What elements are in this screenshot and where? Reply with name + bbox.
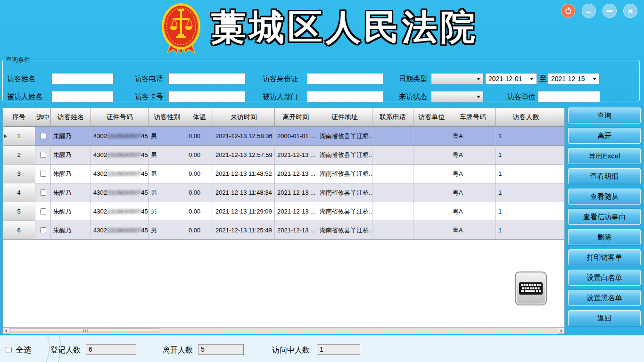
scrollbar-thumb[interactable] xyxy=(10,328,159,333)
id-prefix: 4302 xyxy=(93,132,107,140)
gender-cell: 男 xyxy=(149,127,186,146)
id-number-cell: 430223198305074518 xyxy=(91,202,149,221)
visitor-name-cell: 朱醒乃 xyxy=(51,183,91,202)
minimize-icon xyxy=(606,10,613,12)
column-header-4[interactable]: 访客性别 xyxy=(149,108,186,127)
column-header-7[interactable]: 离开时间 xyxy=(275,108,317,127)
registered-count-value: 6 xyxy=(86,344,136,355)
scrollbar-grip xyxy=(85,329,86,332)
row-checkbox[interactable] xyxy=(40,208,46,214)
row-number-cell: 2 xyxy=(3,146,35,165)
column-header-0[interactable]: 序号 xyxy=(3,108,35,127)
visitor-id-input[interactable] xyxy=(307,73,383,84)
row-checkbox[interactable] xyxy=(40,227,46,233)
visit-status-select[interactable] xyxy=(431,91,484,102)
column-header-11[interactable]: 车牌号码 xyxy=(450,108,496,127)
scroll-left-button[interactable] xyxy=(3,328,9,334)
column-header-3[interactable]: 证件号码 xyxy=(91,108,149,127)
address-cell: 湖南省攸县丫江桥... xyxy=(317,183,372,202)
column-header-1[interactable]: 选中 xyxy=(35,108,51,127)
minimize-button[interactable] xyxy=(603,4,617,18)
column-header-12[interactable]: 访客人数 xyxy=(496,108,556,127)
horizontal-scrollbar[interactable] xyxy=(3,327,564,334)
table-row[interactable]: 6朱醒乃430223198305074518男0.002021-12-13 11… xyxy=(3,221,564,240)
row-checkbox[interactable] xyxy=(40,133,46,139)
select-all-checkbox[interactable] xyxy=(6,347,12,353)
visited-dept-input[interactable] xyxy=(307,91,383,102)
chevron-down-icon xyxy=(593,78,596,80)
visitor-name-input[interactable] xyxy=(51,73,114,84)
unit-cell xyxy=(413,202,450,221)
table-row[interactable]: 2朱醒乃430223198305074518男0.002021-12-13 12… xyxy=(3,146,564,165)
column-header-6[interactable]: 来访时间 xyxy=(213,108,275,127)
table-row[interactable]: 4朱醒乃430223198305074518男0.002021-12-13 11… xyxy=(3,183,564,202)
set-whitelist-button[interactable]: 设置白名单 xyxy=(568,270,641,286)
date-from-value: 2021-12-01 xyxy=(488,75,522,82)
row-checkbox-cell[interactable] xyxy=(35,165,51,183)
table-row[interactable]: 1朱醒乃430223198305074518男0.002021-12-13 12… xyxy=(3,127,564,146)
row-checkbox[interactable] xyxy=(40,189,46,196)
set-blacklist-button[interactable]: 设置黑名单 xyxy=(568,290,641,306)
unit-cell xyxy=(413,127,450,146)
delete-button[interactable]: 删除 xyxy=(568,229,641,245)
row-checkbox-cell[interactable] xyxy=(35,183,51,202)
date-to-select[interactable]: 2021-12-15 xyxy=(548,73,600,84)
address-cell: 湖南省攸县丫江桥... xyxy=(317,221,372,240)
temperature-cell: 0.00 xyxy=(186,202,213,221)
plate-cell: 粤A xyxy=(450,183,496,202)
chevron-down-icon xyxy=(530,78,534,80)
phone-cell xyxy=(372,127,413,146)
row-checkbox[interactable] xyxy=(40,152,46,158)
row-filler-cell xyxy=(556,127,564,146)
view-detail-button[interactable]: 查看明细 xyxy=(568,168,641,184)
row-checkbox-cell[interactable] xyxy=(35,146,51,165)
visiting-count-label: 访问中人数 xyxy=(272,346,310,355)
leave-button[interactable]: 离开 xyxy=(568,128,641,144)
virtual-keyboard-button[interactable] xyxy=(515,272,547,305)
gender-cell: 男 xyxy=(149,202,186,221)
keyboard-icon xyxy=(519,279,543,298)
visitor-count-cell: 1 xyxy=(496,146,556,165)
table-header-row: 序号选中访客姓名证件号码访客性别体温来访时间离开时间证件地址联系电话访客单位车牌… xyxy=(3,108,564,127)
column-header-5[interactable]: 体温 xyxy=(186,108,213,127)
row-checkbox[interactable] xyxy=(40,171,46,177)
left-count-value: 5 xyxy=(198,344,244,355)
column-header-10[interactable]: 访客单位 xyxy=(413,108,450,127)
visitor-unit-input[interactable] xyxy=(538,91,600,102)
row-checkbox-cell[interactable] xyxy=(35,127,51,146)
id-prefix: 4302 xyxy=(93,151,107,158)
visitor-card-input[interactable] xyxy=(168,91,246,102)
export-excel-button[interactable]: 导出Excel xyxy=(568,148,641,164)
select-all-control[interactable]: 全选 xyxy=(6,345,32,355)
scroll-left-icon xyxy=(5,329,7,332)
visitor-phone-input[interactable] xyxy=(168,73,246,84)
close-button[interactable]: × xyxy=(623,4,637,18)
arrive-time-cell: 2021-12-13 11:48:52 xyxy=(213,165,275,183)
row-checkbox-cell[interactable] xyxy=(35,221,51,240)
column-header-9[interactable]: 联系电话 xyxy=(372,108,413,127)
visitor-name-cell: 朱醒乃 xyxy=(51,127,91,146)
visited-name-input[interactable] xyxy=(51,91,114,102)
table-row[interactable]: 5朱醒乃430223198305074518男0.002021-12-13 11… xyxy=(3,202,564,221)
power-button[interactable] xyxy=(561,4,575,18)
column-header-2[interactable]: 访客姓名 xyxy=(51,108,91,127)
back-button[interactable]: ← xyxy=(582,4,596,18)
row-checkbox-cell[interactable] xyxy=(35,202,51,221)
to-label: 至 xyxy=(539,73,547,84)
date-from-select[interactable]: 2021-12-01 xyxy=(485,73,537,84)
leave-time-cell: 2021-12-13 ... xyxy=(275,202,317,221)
power-icon xyxy=(565,8,571,14)
return-button[interactable]: 返回 xyxy=(568,310,641,326)
view-companions-button[interactable]: 查看随从 xyxy=(568,189,641,205)
unit-cell xyxy=(413,183,450,202)
date-type-select[interactable] xyxy=(431,73,484,84)
query-button[interactable]: 查询 xyxy=(568,107,641,123)
scroll-right-button[interactable] xyxy=(558,328,564,334)
id-prefix: 4302 xyxy=(93,208,107,215)
view-petition-reason-button[interactable]: 查看信访事由 xyxy=(568,209,641,225)
table-row[interactable]: 3朱醒乃430223198305074518男0.002021-12-13 11… xyxy=(3,165,564,183)
print-visitor-slip-button[interactable]: 打印访客单 xyxy=(568,249,641,265)
column-header-8[interactable]: 证件地址 xyxy=(317,108,372,127)
id-prefix: 4302 xyxy=(93,170,107,177)
temperature-cell: 0.00 xyxy=(186,221,213,240)
